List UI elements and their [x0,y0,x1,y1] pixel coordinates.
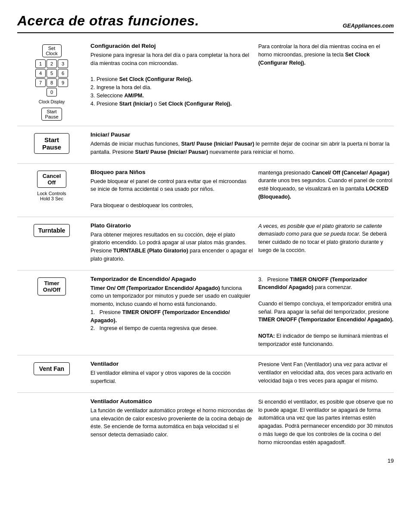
lock-controls-label: Lock ControlsHold 3 Sec [37,191,66,201]
clock-icon-group: SetClock 1 2 3 4 5 6 7 8 9 0 [35,44,68,121]
turntable-right: A veces, es posible que el plato girator… [258,222,394,265]
key-5[interactable]: 5 [47,69,57,78]
timer-content: Temporizador de Encendido/ Apagado Timer… [90,276,394,350]
startpause-icon-area: StartPause [17,131,86,154]
section-cancel: CancelOff Lock ControlsHold 3 Sec Bloque… [17,164,394,217]
cancel-icon-group: CancelOff Lock ControlsHold 3 Sec [37,171,67,201]
clock-icon-area: SetClock 1 2 3 4 5 6 7 8 9 0 [17,43,86,121]
ventfan-icon-area: Vent Fan [17,361,86,375]
ventfan-right: Presione Vent Fan (Ventilador) una vez p… [258,361,394,387]
clock-right-text: Para controlar la hora del día mientras … [258,43,394,67]
key-6[interactable]: 6 [58,69,68,78]
turntable-left: Plato Giratorio Para obtener mejores res… [90,222,253,265]
key-1[interactable]: 1 [35,59,46,68]
startpause-full: Iniciar/ Pausar Además de iniciar muchas… [90,131,394,158]
key-4[interactable]: 4 [35,69,46,78]
startpause-text: Además de iniciar muchas funciones, Star… [90,140,394,156]
section-ventfan: Vent Fan Ventilador El ventilador elimin… [17,355,394,393]
turntable-btn[interactable]: Turntable [34,224,70,237]
start-pause-small-btn[interactable]: StartPause [41,108,62,121]
website-url: GEAppliances.com [343,22,394,29]
section-timer: TimerOn/Off Temporizador de Encendido/ A… [17,271,394,356]
autovent-right: Si encendió el ventilador, es posible qu… [258,398,394,448]
autovent-icon-area [17,398,86,400]
timer-btn[interactable]: TimerOn/Off [37,277,66,296]
timer-left-text: Timer On/ Off (Temporizador Encendido/ A… [90,284,253,333]
cancel-left-text: Puede bloquear el panel de control para … [90,177,253,210]
cancel-left: Bloqueo para Niños Puede bloquear el pan… [90,169,253,212]
ventfan-btn[interactable]: Vent Fan [34,362,70,375]
timer-left: Temporizador de Encendido/ Apagado Timer… [90,276,253,350]
clock-left-text: Presione para ingresar la hora del día o… [90,51,253,108]
numpad-row-4: 0 [47,88,57,96]
start-pause-btn[interactable]: StartPause [34,133,69,154]
autovent-heading: Ventilador Automático [90,398,253,404]
turntable-right-text: A veces, es posible que el plato girator… [258,222,394,255]
turntable-icon-area: Turntable [17,222,86,237]
turntable-content: Plato Giratorio Para obtener mejores res… [90,222,394,265]
key-9[interactable]: 9 [58,78,68,87]
clock-heading: Configuración del Reloj [90,43,253,49]
key-0[interactable]: 0 [47,88,57,96]
page-title: Acerca de otras funciones. [17,13,199,29]
timer-heading: Temporizador de Encendido/ Apagado [90,276,253,282]
autovent-left-text: La función de ventilador automático prot… [90,407,253,439]
numpad-row-2: 4 5 6 [35,69,68,78]
ventfan-heading: Ventilador [90,361,253,367]
page-number: 19 [17,457,394,464]
section-turntable: Turntable Plato Giratorio Para obtener m… [17,217,394,271]
page-header: Acerca de otras funciones. GEAppliances.… [17,13,394,33]
cancel-icon-area: CancelOff Lock ControlsHold 3 Sec [17,169,86,201]
turntable-left-text: Para obtener mejores resultados en su co… [90,231,253,263]
ventfan-left-text: El ventilador elimina el vapor y otros v… [90,369,253,386]
key-2[interactable]: 2 [47,59,57,68]
timer-icon-area: TimerOn/Off [17,276,86,296]
cancel-btn[interactable]: CancelOff [37,171,67,188]
cancel-heading: Bloqueo para Niños [90,169,253,175]
cancel-content: Bloqueo para Niños Puede bloquear el pan… [90,169,394,212]
section-clock: SetClock 1 2 3 4 5 6 7 8 9 0 [17,37,394,126]
clock-content: Configuración del Reloj Presione para in… [90,43,394,109]
numpad-row-3: 7 8 9 [35,78,68,87]
key-7[interactable]: 7 [35,78,46,87]
ventfan-content: Ventilador El ventilador elimina el vapo… [90,361,394,387]
cancel-right: mantenga presionado Cancel/ Off (Cancela… [258,169,394,212]
startpause-heading: Iniciar/ Pausar [90,131,394,138]
autovent-content: Ventilador Automático La función de vent… [90,398,394,448]
section-autovent: Ventilador Automático La función de vent… [17,393,394,454]
timer-right: 3. Presione TIMER ON/OFF (Temporizador E… [258,276,394,350]
ventfan-left: Ventilador El ventilador elimina el vapo… [90,361,253,387]
autovent-left: Ventilador Automático La función de vent… [90,398,253,448]
clock-right: Para controlar la hora del día mientras … [258,43,394,109]
key-3[interactable]: 3 [58,59,68,68]
timer-right-text: 3. Presione TIMER ON/OFF (Temporizador E… [258,276,394,348]
clock-display-label: Clock Display [39,100,65,104]
clock-left: Configuración del Reloj Presione para in… [90,43,253,109]
ventfan-right-text: Presione Vent Fan (Ventilador) una vez p… [258,361,394,385]
section-startpause: StartPause Iniciar/ Pausar Además de ini… [17,126,394,164]
turntable-heading: Plato Giratorio [90,222,253,229]
numpad: 1 2 3 4 5 6 7 8 9 0 [35,59,68,96]
set-clock-btn[interactable]: SetClock [42,44,62,57]
startpause-content: Iniciar/ Pausar Además de iniciar muchas… [90,131,394,158]
autovent-right-text: Si encendió el ventilador, es posible qu… [258,398,394,447]
key-8[interactable]: 8 [47,78,57,87]
numpad-row-1: 1 2 3 [35,59,68,68]
cancel-right-text: mantenga presionado Cancel/ Off (Cancela… [258,169,394,201]
